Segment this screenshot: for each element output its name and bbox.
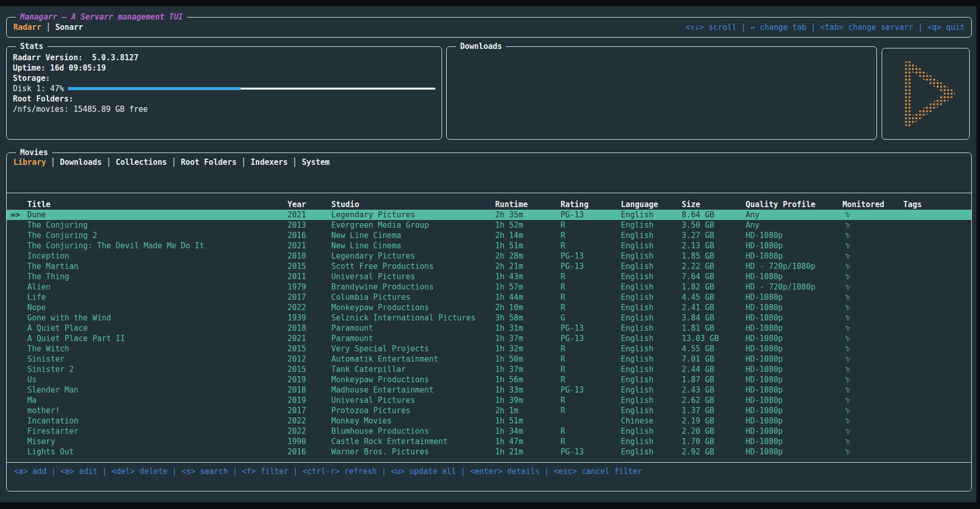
movie-rating-cell: R [561,436,621,447]
table-row[interactable]: Life2017Columbia Pictures1h 44mREnglish4… [7,292,971,302]
movie-studio-cell: New Line Cinema [331,241,495,251]
movie-monitored-cell [842,426,903,436]
movie-year-cell: 1939 [288,313,331,323]
tab-library[interactable]: Library [13,157,46,167]
table-row[interactable]: Ma2019Universal Pictures1h 39mREnglish2.… [7,395,971,405]
uptime: Uptime: 16d 09:05:19 [13,63,435,73]
bookmark-icon [844,397,851,404]
table-row[interactable]: The Thing2011Universal Pictures1h 43mREn… [7,272,971,282]
movie-title-cell: Inception [27,251,288,261]
movie-runtime-cell: 1h 37m [495,364,561,375]
movie-monitored-cell [842,436,903,447]
movie-language-cell: English [621,354,682,364]
tab-radarr[interactable]: Radarr [13,22,41,32]
movie-year-cell: 2017 [288,292,331,302]
tab-system[interactable]: System [302,157,330,167]
table-keybindings: <a> add | <e> edit | <del> delete | <s> … [14,466,642,477]
movie-quality-cell: HD-1080p [746,302,842,313]
table-row[interactable]: Misery1990Castle Rock Entertainment1h 47… [7,436,971,447]
movie-rating-cell: R [561,344,621,354]
table-row[interactable]: Incantation2022Monkey Movies1h 51mChines… [7,416,971,426]
movie-language-cell: English [621,313,682,323]
movie-size-cell: 7.64 GB [682,272,746,282]
bookmark-icon [844,438,851,446]
servarr-tabs: Radarr│Sonarr [13,22,83,32]
table-row[interactable]: mother!2017Protozoa Pictures2h 1mREnglis… [7,405,971,416]
movie-rating-cell: PG-13 [561,323,621,333]
table-row[interactable]: The Conjuring: The Devil Made Me Do It20… [7,241,971,251]
terminal-window: Managarr — A Servarr management TUI Rada… [0,6,976,502]
movie-quality-cell: HD-1080p [746,313,842,323]
table-row[interactable]: Nope2022Monkeypaw Productions2h 10mREngl… [7,302,971,313]
bookmark-icon [844,355,851,363]
table-row[interactable]: =>Dune2021Legendary Pictures2h 35mPG-13E… [7,210,971,220]
table-row[interactable]: Inception2010Legendary Pictures2h 28mPG-… [7,251,971,261]
table-row[interactable]: Us2019Monkeypaw Productions1h 56mREnglis… [7,375,971,385]
movie-quality-cell: HD-1080p [746,241,842,251]
movie-size-cell: 1.70 GB [682,436,746,447]
movie-language-cell: English [621,436,682,447]
table-row[interactable]: Sinister 22015Tank Caterpillar1h 37mREng… [7,364,971,375]
managarr-logo-icon [887,54,965,134]
movie-studio-cell: Paramount [331,323,495,333]
tab-root-folders[interactable]: Root Folders [181,157,236,167]
bookmark-icon [844,242,851,250]
stats-content: Radarr Version: 5.0.3.8127 Uptime: 16d 0… [7,47,442,114]
tab-indexers[interactable]: Indexers [250,157,288,167]
disk-usage-line: Disk 1: 47% [13,83,435,94]
movie-runtime-cell: 3h 58m [495,313,561,323]
table-row[interactable]: Sinister2012Automatik Entertainment1h 50… [7,354,971,364]
bookmark-icon [844,448,851,456]
table-row[interactable]: Slender Man2018Madhouse Entertainment1h … [7,385,971,395]
movie-rating-cell: R [561,405,621,416]
tab-separator: │ [172,157,176,167]
movie-size-cell: 8.64 GB [682,210,746,220]
movie-rating-cell: R [561,272,621,282]
movie-language-cell: English [621,375,682,385]
table-row[interactable]: Firestarter2022Blumhouse Productions1h 3… [7,426,971,436]
movie-title-cell: Life [27,292,288,302]
movie-year-cell: 2016 [288,230,331,241]
movie-size-cell: 2.41 GB [682,302,746,313]
top-keybindings: <↑↓> scroll | ↔ change tab | <tab> chang… [685,22,965,32]
movie-runtime-cell: 1h 33m [495,385,561,395]
movie-rating-cell: R [561,282,621,292]
movie-year-cell: 2019 [288,375,331,385]
movie-quality-cell: HD-1080p [746,395,842,405]
tab-downloads[interactable]: Downloads [60,157,102,167]
movie-rating-cell: PG-13 [561,385,621,395]
movie-quality-cell: HD-1080p [746,230,842,241]
table-row[interactable]: Alien1979Brandywine Productions1h 57mREn… [7,282,971,292]
movie-runtime-cell: 2h 1m [495,405,561,416]
table-row[interactable]: The Martian2015Scott Free Productions2h … [7,261,971,272]
tab-separator: │ [241,157,246,167]
movie-rating-cell: R [561,426,621,436]
table-row[interactable]: The Conjuring2013Evergreen Media Group1h… [7,220,971,230]
movie-runtime-cell: 1h 43m [495,272,561,282]
movies-panel: Movies Library│Downloads│Collections│Roo… [6,152,972,491]
movie-studio-cell: Blumhouse Productions [331,426,495,436]
stats-panel-title: Stats [16,41,47,52]
tab-collections[interactable]: Collections [116,157,167,167]
movie-monitored-cell [842,385,903,395]
column-header-studio: Studio [331,199,495,210]
movie-title-cell: Sinister [27,354,288,364]
movie-runtime-cell: 1h 51m [495,241,561,251]
movie-language-cell: English [621,282,682,292]
table-row[interactable]: Lights Out2016Warner Bros. Pictures1h 21… [7,447,971,457]
table-row[interactable]: The Witch2015Very Special Projects1h 32m… [7,344,971,354]
movie-language-cell: English [621,302,682,313]
movie-title-cell: The Witch [27,344,288,354]
app-header-panel: Managarr — A Servarr management TUI Rada… [6,17,972,38]
tab-sonarr[interactable]: Sonarr [55,22,83,32]
movie-year-cell: 2016 [288,447,331,457]
column-header-language: Language [621,199,682,210]
movie-runtime-cell: 1h 47m [495,436,561,447]
table-row[interactable]: A Quiet Place2018Paramount1h 31mPG-13Eng… [7,323,971,333]
movie-title-cell: A Quiet Place [27,323,288,333]
movie-size-cell: 1.85 GB [682,251,746,261]
table-row[interactable]: A Quiet Place Part II2021Paramount1h 37m… [7,333,971,344]
table-row[interactable]: Gone with the Wind1939Selznick Internati… [7,313,971,323]
movie-language-cell: English [621,385,682,395]
table-row[interactable]: The Conjuring 22016New Line Cinema2h 14m… [7,230,971,241]
